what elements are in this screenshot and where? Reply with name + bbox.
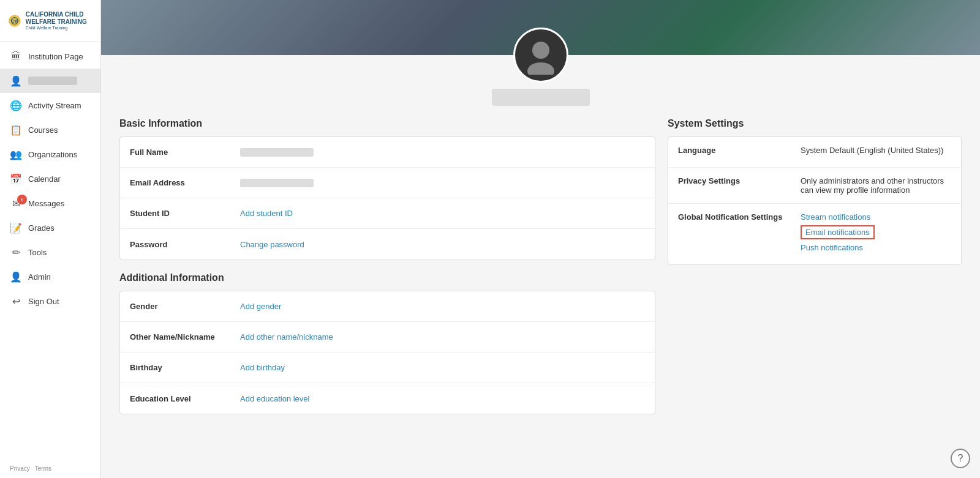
calendar-icon: 📅 <box>10 173 22 185</box>
additional-info-title: Additional Information <box>119 272 655 283</box>
system-settings-title: System Settings <box>668 118 962 129</box>
password-value: Change password <box>240 240 645 249</box>
sidebar-label-calendar: Calendar <box>28 174 61 184</box>
sidebar-item-admin[interactable]: 👤 Admin <box>0 264 100 289</box>
password-row: Password Change password <box>120 229 655 260</box>
messages-badge: 6 <box>17 195 27 204</box>
basic-info-card: Full Name Email Address Student ID <box>119 136 655 260</box>
sidebar-label-messages: Messages <box>28 199 64 208</box>
admin-icon: 👤 <box>10 271 22 283</box>
sidebar-nav: 🏛 Institution Page 👤 🌐 Activity Stream 📋… <box>0 42 100 459</box>
sign-out-icon: ↩ <box>10 295 22 307</box>
svg-point-4 <box>527 62 554 75</box>
sidebar-label-sign-out: Sign Out <box>28 297 59 306</box>
nickname-value: Add other name/nickname <box>240 332 645 342</box>
footer-terms-link[interactable]: Terms <box>35 465 51 472</box>
sidebar-item-tools[interactable]: ✏ Tools <box>0 240 100 264</box>
profile-name-bar <box>28 77 77 85</box>
notification-settings-label: Global Notification Settings <box>678 212 801 256</box>
privacy-settings-value: Only administrators and other instructor… <box>801 176 951 195</box>
education-level-row: Education Level Add education level <box>120 383 655 414</box>
student-id-row: Student ID Add student ID <box>120 198 655 229</box>
add-nickname-link[interactable]: Add other name/nickname <box>240 332 333 342</box>
logo-text-block: California Child Welfare Training Child … <box>26 11 92 30</box>
gender-row: Gender Add gender <box>120 291 655 322</box>
full-name-label: Full Name <box>130 148 240 157</box>
full-name-value <box>240 148 645 157</box>
left-column: Basic Information Full Name Email Addres… <box>119 118 655 427</box>
profile-avatar-wrap <box>513 28 568 83</box>
full-name-bar <box>240 148 314 157</box>
student-id-label: Student ID <box>130 209 240 218</box>
basic-info-title: Basic Information <box>119 118 655 129</box>
add-education-level-link[interactable]: Add education level <box>240 394 309 403</box>
sidebar-item-calendar[interactable]: 📅 Calendar <box>0 166 100 191</box>
privacy-settings-label: Privacy Settings <box>678 176 801 195</box>
nickname-label: Other Name/Nickname <box>130 332 240 342</box>
birthday-value: Add birthday <box>240 363 645 372</box>
sidebar-label-institution-page: Institution Page <box>28 52 83 61</box>
sidebar-label-organizations: Organizations <box>28 150 77 159</box>
additional-info-card: Gender Add gender Other Name/Nickname Ad… <box>119 291 655 414</box>
birthday-label: Birthday <box>130 363 240 372</box>
organizations-icon: 👥 <box>10 148 22 160</box>
profile-icon: 👤 <box>10 75 22 87</box>
add-birthday-link[interactable]: Add birthday <box>240 363 285 372</box>
add-student-id-link[interactable]: Add student ID <box>240 209 293 218</box>
email-value <box>240 179 645 187</box>
sidebar-item-grades[interactable]: 📝 Grades <box>0 215 100 240</box>
sidebar-item-sign-out[interactable]: ↩ Sign Out <box>0 289 100 313</box>
svg-point-3 <box>532 42 549 59</box>
add-gender-link[interactable]: Add gender <box>240 302 281 311</box>
help-button[interactable]: ? <box>951 449 970 468</box>
email-bar <box>240 179 314 187</box>
student-id-value: Add student ID <box>240 209 645 218</box>
institution-icon: 🏛 <box>10 50 22 62</box>
profile-name-area <box>101 89 980 106</box>
activity-icon: 🌐 <box>10 99 22 111</box>
sidebar-logo: CW California Child Welfare Training Chi… <box>0 0 100 42</box>
gender-label: Gender <box>130 302 240 311</box>
sidebar-item-courses[interactable]: 📋 Courses <box>0 118 100 142</box>
sidebar-item-profile[interactable]: 👤 <box>0 69 100 93</box>
sidebar-item-activity-stream[interactable]: 🌐 Activity Stream <box>0 93 100 118</box>
right-column: System Settings Language System Default … <box>668 118 962 427</box>
footer-privacy-link[interactable]: Privacy <box>10 465 30 472</box>
push-notifications-link[interactable]: Push notifications <box>801 243 951 252</box>
education-level-label: Education Level <box>130 394 240 403</box>
svg-text:CW: CW <box>11 18 18 23</box>
email-label: Email Address <box>130 178 240 187</box>
change-password-link[interactable]: Change password <box>240 240 304 249</box>
content-area: Basic Information Full Name Email Addres… <box>101 118 980 445</box>
tools-icon: ✏ <box>10 246 22 258</box>
logo-subtitle: Child Welfare Training <box>26 26 92 30</box>
sidebar-footer: Privacy Terms <box>0 459 100 478</box>
full-name-row: Full Name <box>120 137 655 168</box>
logo-icon: CW <box>9 10 21 32</box>
notification-settings-row: Global Notification Settings Stream noti… <box>668 204 961 264</box>
language-label: Language <box>678 146 801 159</box>
sidebar-label-grades: Grades <box>28 223 55 233</box>
grades-icon: 📝 <box>10 222 22 234</box>
sidebar-item-messages[interactable]: ✉ 6 Messages <box>0 191 100 215</box>
gender-value: Add gender <box>240 302 645 311</box>
stream-notifications-link[interactable]: Stream notifications <box>801 212 951 222</box>
sidebar-label-courses: Courses <box>28 125 58 135</box>
nickname-row: Other Name/Nickname Add other name/nickn… <box>120 322 655 353</box>
profile-banner <box>101 0 980 55</box>
main-content: Basic Information Full Name Email Addres… <box>101 0 980 478</box>
notification-settings-value: Stream notifications Email notifications… <box>801 212 951 256</box>
sidebar-item-institution-page[interactable]: 🏛 Institution Page <box>0 44 100 69</box>
sidebar-label-tools: Tools <box>28 248 47 257</box>
sidebar-item-organizations[interactable]: 👥 Organizations <box>0 142 100 166</box>
email-notifications-link[interactable]: Email notifications <box>801 225 875 239</box>
profile-name-placeholder <box>492 89 590 106</box>
sidebar-label-activity-stream: Activity Stream <box>28 101 81 110</box>
courses-icon: 📋 <box>10 124 22 136</box>
password-label: Password <box>130 240 240 249</box>
logo-title: California Child Welfare Training <box>26 11 92 26</box>
birthday-row: Birthday Add birthday <box>120 353 655 383</box>
profile-avatar <box>513 28 568 83</box>
privacy-settings-row: Privacy Settings Only administrators and… <box>668 168 961 204</box>
sidebar: CW California Child Welfare Training Chi… <box>0 0 101 478</box>
